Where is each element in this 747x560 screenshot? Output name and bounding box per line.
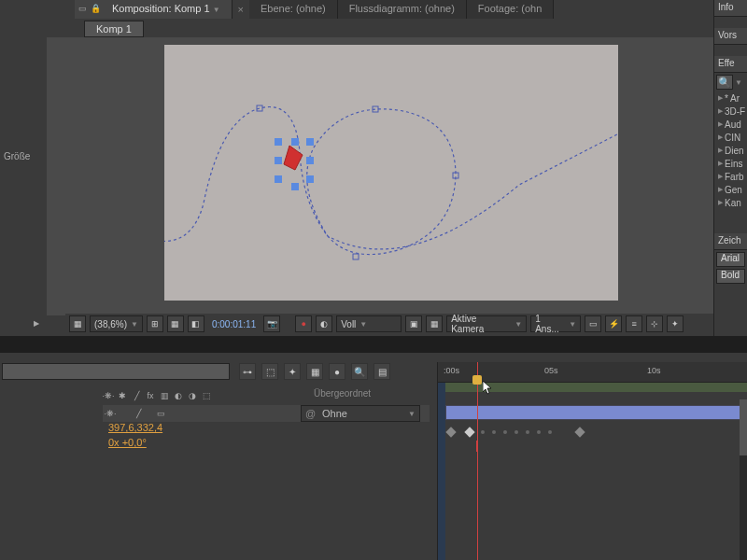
- cti-head-icon[interactable]: [472, 375, 482, 385]
- fx-cat-4[interactable]: ▶Dien: [714, 144, 747, 157]
- timeline-graph[interactable]: :00s 05s 10s: [437, 362, 747, 560]
- right-panel-dock: Info Vors Effe 🔍▼ ▶* Ar ▶3D-F ▶Aud ▶CIN …: [713, 0, 747, 336]
- motion-path[interactable]: [164, 45, 618, 301]
- switch-collapse-icon[interactable]: ✱: [117, 390, 128, 401]
- switch-shy-icon[interactable]: ·❋·: [103, 390, 114, 401]
- layer-quality-icon[interactable]: ╱: [133, 408, 144, 419]
- cti-marker: [476, 441, 478, 452]
- fx-cat-0-label: * Ar: [725, 93, 740, 104]
- resolution-select[interactable]: Voll▼: [336, 315, 402, 332]
- roving-kf-icon[interactable]: [514, 430, 518, 434]
- svg-rect-4: [353, 254, 359, 259]
- fx-cat-8-label: Kan: [725, 198, 741, 208]
- tick-10: 10s: [647, 366, 661, 375]
- scroll-right-icon[interactable]: ▶: [34, 319, 43, 329]
- tl-tool-6-icon[interactable]: 🔍: [351, 363, 368, 380]
- layer-duration-bar[interactable]: [445, 405, 747, 420]
- tab-footage[interactable]: Footage: (ohn: [467, 0, 555, 19]
- position-value[interactable]: 397,6,332,4: [108, 422, 162, 433]
- views-select[interactable]: 1 Ans...▼: [530, 315, 581, 332]
- panel-effects[interactable]: Effe: [714, 56, 747, 73]
- close-icon[interactable]: ×: [233, 4, 249, 15]
- search-icon[interactable]: 🔍: [716, 75, 733, 90]
- viewer-toolbar: ▦ (38,6%)▼ ⊞ ▦ ◧ 0:00:01:11 📷 ● ◐ Voll▼ …: [65, 314, 713, 334]
- tl-tool-4-icon[interactable]: ▦: [306, 363, 323, 380]
- grid-icon[interactable]: ▦: [167, 315, 184, 332]
- fast-preview-icon[interactable]: ⚡: [605, 315, 622, 332]
- fx-cat-6-label: Farb: [725, 172, 744, 182]
- keyframe-icon[interactable]: [464, 427, 474, 437]
- keyframe-row-position[interactable]: [438, 426, 747, 439]
- zoom-select[interactable]: (38,6%)▼: [90, 315, 143, 332]
- roving-kf-icon[interactable]: [526, 430, 529, 434]
- exposure-reset-icon[interactable]: ✦: [667, 315, 684, 332]
- keyframe-icon[interactable]: [574, 427, 585, 437]
- time-ruler[interactable]: :00s 05s 10s: [438, 362, 747, 383]
- tl-tool-5-icon[interactable]: ●: [329, 363, 345, 380]
- panel-preview[interactable]: Vors: [714, 28, 747, 45]
- switch-fx-icon[interactable]: fx: [145, 390, 156, 401]
- views-value: 1 Ans...: [535, 314, 565, 334]
- fx-cat-7[interactable]: ▶Gen: [714, 183, 747, 196]
- scrollbar-thumb[interactable]: [740, 399, 747, 455]
- current-time[interactable]: 0:00:01:11: [208, 319, 260, 329]
- fx-cat-2[interactable]: ▶Aud: [714, 118, 747, 131]
- layer-av-icon[interactable]: ▭: [155, 408, 166, 419]
- svg-rect-11: [275, 175, 282, 183]
- composition-canvas[interactable]: [164, 45, 618, 301]
- comp-sub-tab[interactable]: Komp 1: [84, 21, 144, 37]
- roving-kf-icon[interactable]: [492, 430, 496, 434]
- font-style-select[interactable]: Bold: [716, 269, 745, 284]
- always-preview-icon[interactable]: ▦: [69, 315, 86, 332]
- current-time-indicator[interactable]: [477, 362, 478, 560]
- channel-icon[interactable]: ●: [295, 315, 312, 332]
- fx-cat-6[interactable]: ▶Farb: [714, 170, 747, 183]
- fx-cat-8[interactable]: ▶Kan: [714, 196, 747, 209]
- switch-frameblend-icon[interactable]: ▥: [159, 390, 170, 401]
- fx-cat-5[interactable]: ▶Eins: [714, 157, 747, 170]
- tab-layer[interactable]: Ebene: (ohne): [249, 0, 338, 19]
- roving-kf-icon[interactable]: [548, 430, 552, 434]
- tl-tool-3-icon[interactable]: ✦: [284, 363, 301, 380]
- composition-viewer[interactable]: [47, 37, 713, 315]
- tab-flowchart[interactable]: Flussdiagramm: (ohne): [338, 0, 467, 19]
- work-area-bar[interactable]: [445, 383, 747, 392]
- fx-cat-0[interactable]: ▶* Ar: [714, 91, 747, 105]
- comp-flowchart-icon[interactable]: ⊹: [646, 315, 663, 332]
- fx-cat-3[interactable]: ▶CIN: [714, 131, 747, 144]
- switch-motionblur-icon[interactable]: ◐: [173, 390, 184, 401]
- timeline-vscroll[interactable]: [740, 399, 747, 560]
- roving-kf-icon[interactable]: [503, 430, 507, 434]
- roving-kf-icon[interactable]: [481, 430, 485, 434]
- roving-kf-icon[interactable]: [537, 430, 541, 434]
- snapshot-icon[interactable]: 📷: [263, 315, 280, 332]
- inpoint-strip[interactable]: [438, 383, 445, 560]
- switch-quality-icon[interactable]: ╱: [131, 390, 142, 401]
- tl-tool-2-icon[interactable]: ⬚: [261, 363, 278, 380]
- panel-divider[interactable]: [0, 336, 747, 353]
- panel-info[interactable]: Info: [714, 0, 747, 17]
- keyframe-icon[interactable]: [445, 427, 456, 437]
- layer-shy-icon[interactable]: ·❋·: [105, 408, 116, 419]
- panel-character[interactable]: Zeich: [714, 233, 747, 250]
- pickwhip-icon[interactable]: @: [305, 408, 317, 419]
- switch-3d-icon[interactable]: ⬚: [201, 390, 212, 401]
- roi-icon[interactable]: ▣: [405, 315, 422, 332]
- tl-tool-7-icon[interactable]: ▤: [374, 363, 390, 380]
- switch-adjustment-icon[interactable]: ◑: [187, 390, 198, 401]
- lock-icon[interactable]: 🔒: [90, 3, 101, 14]
- transparency-grid-icon[interactable]: ▦: [426, 315, 443, 332]
- timeline-icon[interactable]: ≡: [626, 315, 642, 332]
- font-family-select[interactable]: Arial: [716, 252, 745, 267]
- pixel-aspect-icon[interactable]: ▭: [585, 315, 601, 332]
- safe-zones-icon[interactable]: ⊞: [147, 315, 163, 332]
- mask-toggle-icon[interactable]: ◧: [188, 315, 204, 332]
- tl-tool-1-icon[interactable]: ⊶: [239, 363, 256, 380]
- camera-value: Aktive Kamera: [451, 314, 511, 334]
- rotation-value[interactable]: 0x +0,0°: [108, 437, 147, 448]
- fx-cat-1[interactable]: ▶3D-F: [714, 105, 747, 118]
- timeline-search-input[interactable]: [2, 363, 230, 380]
- camera-select[interactable]: Aktive Kamera▼: [446, 315, 527, 332]
- color-mgmt-icon[interactable]: ◐: [316, 315, 332, 332]
- parent-select[interactable]: @ Ohne ▼: [301, 405, 420, 422]
